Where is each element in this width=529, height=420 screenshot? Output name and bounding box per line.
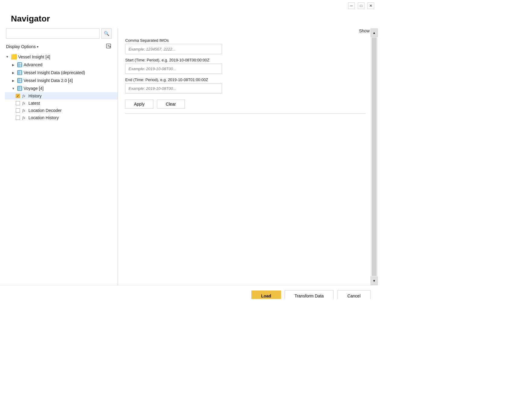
title-bar: ─ □ ✕ — [0, 0, 378, 11]
page-title: Navigator — [0, 11, 378, 28]
table-icon-advanced — [17, 62, 22, 67]
fx-icon-history: fx — [22, 94, 27, 98]
field-label-imos: Comma Separated IMOs — [125, 38, 366, 43]
fx-icon-latest: fx — [22, 101, 27, 106]
transform-data-button[interactable]: Transform Data — [285, 290, 334, 299]
scrollbar[interactable]: ▲ ▼ — [371, 36, 378, 285]
apply-button[interactable]: Apply — [125, 100, 153, 109]
field-label-end: End (Time: Period), e.g. 2019-10-08T01:0… — [125, 77, 366, 82]
load-button[interactable]: Load — [251, 290, 281, 299]
scroll-up-button[interactable]: ▲ — [371, 36, 378, 37]
scroll-track[interactable] — [372, 38, 377, 276]
main-layout: 🔍 Display Options ▾ ▼ — [0, 28, 378, 285]
folder-icon: 🟨 — [11, 54, 17, 60]
cancel-button[interactable]: Cancel — [337, 290, 371, 299]
svg-rect-11 — [18, 78, 22, 83]
svg-rect-3 — [18, 63, 22, 67]
show-label: Show — [359, 28, 370, 33]
tree-label-advanced: Advanced — [24, 62, 42, 67]
svg-rect-15 — [18, 86, 22, 90]
checkbox-history[interactable]: ✓ — [16, 94, 20, 98]
fx-icon-location-decoder: fx — [22, 108, 27, 113]
tree-item-vessel-insight[interactable]: ▼ 🟨 Vessel Insight [4] — [5, 53, 118, 61]
clear-button[interactable]: Clear — [157, 100, 184, 109]
chevron-right-icon-2: ▶ — [11, 71, 16, 74]
table-icon-vessel-insight-data-2 — [17, 78, 22, 83]
display-options-dropdown-icon: ▾ — [37, 45, 38, 48]
fx-icon-location-history: fx — [22, 115, 27, 120]
svg-rect-7 — [18, 71, 22, 75]
input-start[interactable] — [125, 64, 222, 74]
divider — [125, 113, 366, 114]
tree-item-advanced[interactable]: ▶ Advanced — [5, 61, 118, 69]
chevron-down-icon-voyage: ▼ — [11, 87, 16, 90]
display-options-row: Display Options ▾ — [0, 42, 118, 53]
tree-label-voyage: Voyage [4] — [24, 86, 44, 91]
minimize-button[interactable]: ─ — [348, 2, 355, 9]
close-button[interactable]: ✕ — [367, 2, 374, 9]
form-buttons: Apply Clear — [125, 100, 366, 109]
tree-label-vessel-insight-data-2: Vessel Insight Data 2.0 [4] — [24, 78, 73, 83]
table-icon-vessel-insight-data — [17, 70, 22, 75]
tree-item-latest[interactable]: fx Latest — [5, 100, 118, 107]
chevron-right-icon: ▶ — [11, 63, 16, 67]
tree-item-history[interactable]: ✓ fx History — [5, 92, 118, 100]
table-icon-voyage — [17, 86, 22, 91]
bottom-bar: Load Transform Data Cancel — [0, 285, 378, 299]
tree-label-location-history: Location History — [28, 115, 59, 120]
field-imos: Comma Separated IMOs — [125, 38, 366, 54]
chevron-right-icon-3: ▶ — [11, 79, 16, 82]
right-panel: Show ▾ Comma Separated IMOs Start (Time:… — [118, 28, 378, 285]
left-panel: 🔍 Display Options ▾ ▼ — [0, 28, 118, 285]
input-end[interactable] — [125, 83, 222, 94]
field-end: End (Time: Period), e.g. 2019-10-08T01:0… — [125, 77, 366, 94]
export-icon[interactable] — [106, 43, 112, 50]
right-header: Show ▾ — [118, 28, 378, 36]
tree-item-vessel-insight-data-2[interactable]: ▶ Vessel Insight Data 2.0 [4] — [5, 77, 118, 84]
maximize-button[interactable]: □ — [358, 2, 364, 9]
tree-item-location-history[interactable]: fx Location History — [5, 114, 118, 121]
checkbox-location-decoder[interactable] — [16, 108, 20, 113]
tree-item-location-decoder[interactable]: fx Location Decoder — [5, 107, 118, 114]
field-label-start: Start (Time: Period), e.g. 2019-10-08T00… — [125, 58, 366, 62]
scroll-down-button[interactable]: ▼ — [371, 277, 378, 285]
checkmark-history: ✓ — [17, 94, 19, 98]
field-start: Start (Time: Period), e.g. 2019-10-08T00… — [125, 58, 366, 74]
tree-label-vessel-insight-data-deprecated: Vessel Insight Data (deprecated) — [24, 70, 85, 75]
search-icon: 🔍 — [104, 31, 109, 36]
input-imos[interactable] — [125, 44, 222, 54]
tree-label-latest: Latest — [28, 101, 40, 106]
search-button[interactable]: 🔍 — [101, 28, 112, 39]
tree-container: ▼ 🟨 Vessel Insight [4] ▶ Advanced — [0, 53, 118, 285]
search-input[interactable] — [6, 28, 100, 39]
tree-item-vessel-insight-data-deprecated[interactable]: ▶ Vessel Insight Data (deprecated) — [5, 69, 118, 77]
right-content: Comma Separated IMOs Start (Time: Period… — [118, 36, 378, 285]
checkbox-location-history[interactable] — [16, 116, 20, 120]
tree-label-history: History — [28, 94, 42, 98]
display-options-button[interactable]: Display Options ▾ — [6, 44, 38, 49]
search-bar-row: 🔍 — [0, 28, 118, 42]
tree-label-vessel-insight: Vessel Insight [4] — [18, 54, 50, 59]
checkbox-latest[interactable] — [16, 101, 20, 105]
tree-label-location-decoder: Location Decoder — [28, 108, 62, 113]
form-section: Comma Separated IMOs Start (Time: Period… — [125, 38, 366, 109]
tree-item-voyage[interactable]: ▼ Voyage [4] — [5, 84, 118, 92]
chevron-down-icon: ▼ — [5, 55, 10, 58]
display-options-label: Display Options — [6, 44, 36, 49]
